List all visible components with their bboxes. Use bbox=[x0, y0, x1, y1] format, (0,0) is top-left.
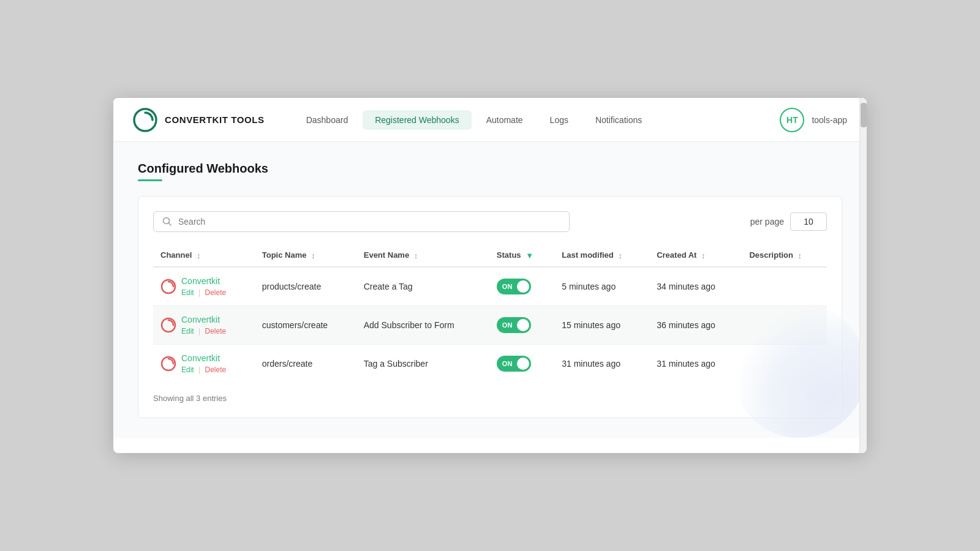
cell-channel: Convertkit Edit | Delete bbox=[153, 306, 255, 345]
cell-created-at: 31 minutes ago bbox=[649, 345, 742, 383]
toggle-label: ON bbox=[502, 321, 513, 329]
cell-description bbox=[742, 345, 827, 383]
scrollbar-track[interactable] bbox=[859, 98, 867, 453]
nav-notifications[interactable]: Notifications bbox=[583, 110, 654, 130]
delete-link[interactable]: Delete bbox=[205, 365, 227, 374]
toggle-knob bbox=[517, 280, 529, 293]
svg-line-2 bbox=[169, 223, 172, 226]
cell-last-modified: 5 minutes ago bbox=[554, 267, 649, 306]
table-controls: per page bbox=[153, 211, 827, 232]
status-toggle[interactable]: ON bbox=[497, 317, 531, 333]
search-box[interactable] bbox=[153, 211, 570, 232]
delete-link[interactable]: Delete bbox=[205, 288, 227, 297]
nav-logs[interactable]: Logs bbox=[538, 110, 581, 130]
edit-link[interactable]: Edit bbox=[181, 288, 194, 297]
navbar: CONVERTKIT TOOLS Dashboard Registered We… bbox=[113, 98, 867, 142]
channel-name: Convertkit bbox=[181, 276, 226, 286]
cell-event: Create a Tag bbox=[356, 267, 489, 306]
search-input[interactable] bbox=[178, 217, 560, 227]
status-toggle[interactable]: ON bbox=[497, 356, 531, 372]
cell-description bbox=[742, 267, 827, 306]
col-topic[interactable]: Topic Name ↕ bbox=[255, 244, 356, 267]
cell-status: ON bbox=[489, 267, 554, 306]
brand-name: CONVERTKIT TOOLS bbox=[165, 114, 265, 125]
cell-event: Add Subscriber to Form bbox=[356, 306, 489, 345]
convertkit-logo-icon bbox=[160, 317, 176, 333]
status-sort-icon: ▼ bbox=[526, 251, 533, 260]
col-description[interactable]: Description ↕ bbox=[742, 244, 827, 267]
cell-topic: customers/create bbox=[255, 306, 356, 345]
cell-created-at: 36 minutes ago bbox=[649, 306, 742, 345]
table-row: Convertkit Edit | Delete customers/creat… bbox=[153, 306, 827, 345]
cell-topic: orders/create bbox=[255, 345, 356, 383]
topic-sort-icon: ↕ bbox=[311, 251, 315, 260]
convertkit-logo-icon bbox=[160, 356, 176, 372]
cell-status: ON bbox=[489, 345, 554, 383]
per-page-section: per page bbox=[750, 212, 827, 231]
main-content: Configured Webhooks per page bbox=[113, 142, 867, 438]
edit-delete-links: Edit | Delete bbox=[181, 365, 226, 374]
title-underline bbox=[138, 179, 162, 181]
brand: CONVERTKIT TOOLS bbox=[133, 108, 265, 132]
search-icon bbox=[162, 217, 172, 227]
channel-sort-icon: ↕ bbox=[197, 251, 201, 260]
status-toggle[interactable]: ON bbox=[497, 279, 531, 294]
table-row: Convertkit Edit | Delete products/create… bbox=[153, 267, 827, 306]
col-event[interactable]: Event Name ↕ bbox=[356, 244, 489, 267]
edit-link[interactable]: Edit bbox=[181, 327, 194, 335]
scrollbar-thumb[interactable] bbox=[861, 103, 867, 127]
cell-topic: products/create bbox=[255, 267, 356, 306]
per-page-label: per page bbox=[750, 217, 784, 227]
col-channel[interactable]: Channel ↕ bbox=[153, 244, 255, 267]
toggle-knob bbox=[517, 319, 529, 331]
toggle-knob bbox=[517, 358, 529, 370]
table-container: per page Channel ↕ Topic Name ↕ bbox=[138, 196, 842, 418]
cell-event: Tag a Subscriber bbox=[356, 345, 489, 383]
cell-channel: Convertkit Edit | Delete bbox=[153, 345, 255, 383]
convertkit-logo-icon bbox=[160, 279, 176, 294]
cell-last-modified: 31 minutes ago bbox=[554, 345, 649, 383]
app-name: tools-app bbox=[812, 115, 847, 125]
table-header-row: Channel ↕ Topic Name ↕ Event Name ↕ St bbox=[153, 244, 827, 267]
col-last-modified[interactable]: Last modified ↕ bbox=[554, 244, 649, 267]
cell-status: ON bbox=[489, 306, 554, 345]
edit-delete-links: Edit | Delete bbox=[181, 288, 226, 297]
edit-link[interactable]: Edit bbox=[181, 365, 194, 374]
cell-created-at: 34 minutes ago bbox=[649, 267, 742, 306]
channel-name: Convertkit bbox=[181, 353, 226, 363]
description-sort-icon: ↕ bbox=[798, 251, 802, 260]
per-page-input[interactable] bbox=[790, 212, 827, 231]
col-created-at[interactable]: Created At ↕ bbox=[649, 244, 742, 267]
toggle-label: ON bbox=[502, 360, 513, 367]
edit-delete-links: Edit | Delete bbox=[181, 327, 226, 335]
cell-last-modified: 15 minutes ago bbox=[554, 306, 649, 345]
last-modified-sort-icon: ↕ bbox=[618, 251, 622, 260]
delete-link[interactable]: Delete bbox=[205, 327, 227, 335]
nav-dashboard[interactable]: Dashboard bbox=[294, 110, 361, 130]
page-title: Configured Webhooks bbox=[138, 162, 842, 176]
toggle-label: ON bbox=[502, 283, 513, 290]
event-sort-icon: ↕ bbox=[414, 251, 418, 260]
nav-automate[interactable]: Automate bbox=[474, 110, 535, 130]
nav-registered-webhooks[interactable]: Registered Webhooks bbox=[363, 110, 471, 130]
table-row: Convertkit Edit | Delete orders/createTa… bbox=[153, 345, 827, 383]
webhooks-table: Channel ↕ Topic Name ↕ Event Name ↕ St bbox=[153, 244, 827, 383]
cell-description bbox=[742, 306, 827, 345]
showing-entries-text: Showing all 3 entries bbox=[153, 394, 827, 403]
nav-links: Dashboard Registered Webhooks Automate L… bbox=[294, 110, 780, 130]
user-section: HT tools-app bbox=[780, 108, 847, 132]
channel-name: Convertkit bbox=[181, 315, 226, 324]
avatar[interactable]: HT bbox=[780, 108, 804, 132]
cell-channel: Convertkit Edit | Delete bbox=[153, 267, 255, 306]
col-status[interactable]: Status ▼ bbox=[489, 244, 554, 267]
brand-logo-icon bbox=[133, 108, 157, 132]
created-at-sort-icon: ↕ bbox=[701, 251, 706, 260]
